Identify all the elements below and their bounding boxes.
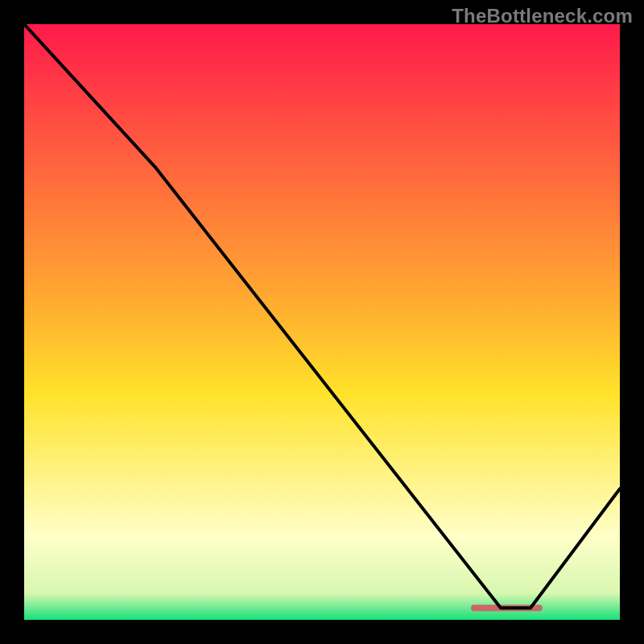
bottleneck-chart xyxy=(24,24,620,620)
chart-frame: TheBottleneck.com xyxy=(0,0,644,644)
chart-background xyxy=(24,24,620,620)
